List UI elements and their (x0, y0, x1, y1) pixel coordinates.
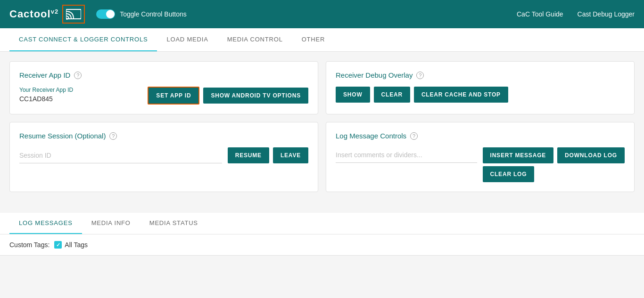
resume-button[interactable]: RESUME (228, 147, 269, 163)
all-tags-checkbox-icon (54, 241, 62, 249)
log-message-controls-card: Log Message Controls ? INSERT MESSAGE DO… (326, 122, 635, 192)
custom-tags-bar: Custom Tags: All Tags (0, 234, 644, 256)
resume-session-help-icon[interactable]: ? (109, 132, 117, 140)
header: Cactoolv2 Toggle Control Buttons CaC Too… (0, 0, 644, 28)
main-content: Receiver App ID ? Your Receiver App ID C… (0, 52, 644, 209)
toggle-control-buttons[interactable] (96, 9, 115, 19)
download-log-button[interactable]: DOWNLOAD LOG (557, 147, 625, 163)
leave-button[interactable]: LEAVE (273, 147, 308, 163)
logo-version: v2 (51, 8, 58, 15)
show-button[interactable]: SHOW (336, 87, 370, 103)
logo-text: Cactoolv2 (9, 8, 58, 20)
receiver-app-id-title: Receiver App ID ? (19, 71, 308, 79)
insert-message-button[interactable]: INSERT MESSAGE (483, 147, 554, 163)
cast-icon-wrapper[interactable] (62, 5, 85, 24)
logo: Cactoolv2 (9, 5, 85, 24)
session-section: RESUME LEAVE (19, 147, 308, 163)
tab-log-messages[interactable]: LOG MESSAGES (9, 213, 82, 234)
toggle-section: Toggle Control Buttons (96, 9, 187, 19)
bottom-cards-row: Resume Session (Optional) ? RESUME LEAVE… (9, 122, 635, 192)
cast-debug-logger-link[interactable]: Cast Debug Logger (578, 10, 635, 18)
show-android-tv-button[interactable]: SHOW ANDROID TV OPTIONS (203, 88, 308, 104)
resume-session-card: Resume Session (Optional) ? RESUME LEAVE (9, 122, 318, 192)
all-tags-checkbox-label: All Tags (65, 241, 88, 249)
cast-icon (66, 8, 81, 21)
log-btn-group: INSERT MESSAGE DOWNLOAD LOG CLEAR LOG (483, 147, 625, 182)
custom-tags-label: Custom Tags: (9, 241, 50, 249)
log-btn-row-1: INSERT MESSAGE DOWNLOAD LOG (483, 147, 625, 163)
cac-tool-guide-link[interactable]: CaC Tool Guide (517, 10, 563, 18)
all-tags-checkbox[interactable]: All Tags (54, 241, 88, 249)
tab-media-info[interactable]: MEDIA INFO (82, 213, 140, 234)
log-section: INSERT MESSAGE DOWNLOAD LOG CLEAR LOG (336, 147, 625, 182)
receiver-debug-overlay-card: Receiver Debug Overlay ? SHOW CLEAR CLEA… (326, 61, 635, 114)
tab-cast-connect[interactable]: CAST CONNECT & LOGGER CONTROLS (9, 28, 157, 51)
receiver-app-id-card: Receiver App ID ? Your Receiver App ID C… (9, 61, 318, 114)
logo-name: Cactool (9, 8, 51, 20)
receiver-debug-overlay-title: Receiver Debug Overlay ? (336, 71, 625, 79)
receiver-debug-overlay-help-icon[interactable]: ? (416, 72, 424, 79)
log-message-controls-title: Log Message Controls ? (336, 132, 625, 140)
log-message-controls-help-icon[interactable]: ? (410, 132, 418, 140)
receiver-app-id-title-text: Receiver App ID (19, 71, 70, 79)
top-cards-row: Receiver App ID ? Your Receiver App ID C… (9, 61, 635, 114)
svg-point-1 (66, 18, 68, 20)
clear-button[interactable]: CLEAR (374, 87, 410, 103)
resume-session-title-text: Resume Session (Optional) (19, 132, 106, 140)
session-id-input[interactable] (19, 148, 222, 163)
receiver-app-id-help-icon[interactable]: ? (74, 72, 82, 79)
bottom-tabs-bar: LOG MESSAGES MEDIA INFO MEDIA STATUS (0, 213, 644, 234)
log-comment-input[interactable] (336, 147, 477, 163)
app-id-input-section: Your Receiver App ID CC1AD845 (19, 87, 142, 103)
clear-log-button[interactable]: CLEAR LOG (483, 166, 535, 182)
debug-btn-group: SHOW CLEAR CLEAR CACHE AND STOP (336, 87, 625, 103)
tab-media-status[interactable]: MEDIA STATUS (140, 213, 207, 234)
log-btn-row-2: CLEAR LOG (483, 166, 535, 182)
app-id-btn-group: SET APP ID SHOW ANDROID TV OPTIONS (148, 87, 308, 105)
app-id-input-label: Your Receiver App ID (19, 87, 142, 93)
toggle-label: Toggle Control Buttons (120, 10, 187, 18)
clear-cache-stop-button[interactable]: CLEAR CACHE AND STOP (414, 87, 508, 103)
app-id-section: Your Receiver App ID CC1AD845 SET APP ID… (19, 87, 308, 105)
receiver-debug-overlay-title-text: Receiver Debug Overlay (336, 71, 413, 79)
set-app-id-button[interactable]: SET APP ID (148, 87, 199, 105)
tab-load-media[interactable]: LOAD MEDIA (157, 28, 217, 51)
tab-other[interactable]: OTHER (292, 28, 335, 51)
tab-media-control[interactable]: MEDIA CONTROL (218, 28, 292, 51)
app-id-value: CC1AD845 (19, 95, 142, 103)
log-message-controls-title-text: Log Message Controls (336, 132, 406, 140)
header-nav: CaC Tool Guide Cast Debug Logger (517, 10, 635, 18)
resume-session-title: Resume Session (Optional) ? (19, 132, 308, 140)
session-btn-group: RESUME LEAVE (228, 147, 308, 163)
main-tabs-bar: CAST CONNECT & LOGGER CONTROLS LOAD MEDI… (0, 28, 644, 52)
